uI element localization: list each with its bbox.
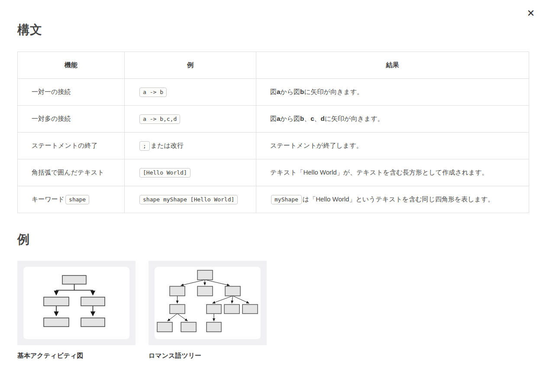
example-caption-basic-activity-diagram: 基本アクティビティ図 [17,352,136,360]
text-segment: キーワード [32,195,65,203]
text-segment: から図 [280,115,300,122]
bold-text: d [321,115,325,122]
text-segment: は「Hello World」というテキストを含む同じ四角形を表します。 [303,195,494,203]
text-segment: から図 [280,88,300,95]
table-row: 一対多の接続a -> b,c,d図aから図b、c、dに矢印が向きます。 [18,106,529,133]
text-segment: 図 [270,115,277,122]
text-segment: 、 [304,115,310,122]
code-chip: a -> b [139,87,167,97]
table-header-row: 機能 例 結果 [18,52,529,79]
code-chip: a -> b,c,d [139,114,180,124]
text-segment: ステートメントが終了します。 [270,142,363,149]
table-row: 一対一の接続a -> b図aから図bに矢印が向きます。 [18,79,529,106]
romance-language-tree-image [155,266,260,340]
examples-row: 基本アクティビティ図 [17,261,529,360]
text-segment: または改行 [151,142,184,149]
column-header-feature: 機能 [18,52,125,79]
table-row: 角括弧で囲んだテキスト[Hello World]テキスト「Hello World… [18,159,529,186]
text-segment: 、 [314,115,321,122]
example-card-romance-language-tree[interactable]: ロマンス語ツリー [149,261,267,360]
syntax-table-body: 一対一の接続a -> b図aから図bに矢印が向きます。一対多の接続a -> b,… [18,79,529,213]
close-icon[interactable]: ✕ [524,7,537,20]
table-cell-example: a -> b,c,d [125,106,256,133]
table-row: ステートメントの終了;または改行ステートメントが終了します。 [18,133,529,159]
page-title: 構文 [17,0,529,38]
table-cell-result: テキスト「Hello World」が、テキストを含む長方形として作成されます。 [256,159,529,186]
table-cell-feature: ステートメントの終了 [18,133,125,159]
bold-text: b [300,88,304,95]
code-chip: [Hello World] [139,168,191,178]
table-row: キーワードshapeshape myShape [Hello World]myS… [18,186,529,213]
bold-text: c [310,115,314,122]
text-segment: 角括弧で囲んだテキスト [32,168,104,176]
text-segment: テキスト「Hello World」が、テキストを含む長方形として作成されます。 [270,168,488,176]
table-cell-result: ステートメントが終了します。 [256,133,529,159]
table-cell-feature: 一対一の接続 [18,79,125,106]
table-cell-example: a -> b [125,79,256,106]
text-segment: 一対多の接続 [32,115,71,122]
code-chip: shape [65,195,89,204]
table-cell-result: 図aから図b、c、dに矢印が向きます。 [256,106,529,133]
table-cell-feature: キーワードshape [18,186,125,213]
code-chip: ; [139,141,150,151]
table-cell-result: myShapeは「Hello World」というテキストを含む同じ四角形を表しま… [256,186,529,213]
table-cell-example: shape myShape [Hello World] [125,186,256,213]
text-segment: 図 [270,88,277,95]
table-cell-feature: 角括弧で囲んだテキスト [18,159,125,186]
text-segment: 一対一の接続 [32,88,71,95]
table-cell-result: 図aから図bに矢印が向きます。 [256,79,529,106]
example-thumbnail-romance-language-tree[interactable] [149,261,267,345]
code-chip: shape myShape [Hello World] [139,195,238,204]
column-header-example: 例 [125,52,256,79]
example-thumbnail-basic-activity-diagram[interactable] [17,261,136,345]
syntax-table: 機能 例 結果 一対一の接続a -> b図aから図bに矢印が向きます。一対多の接… [17,52,529,213]
table-cell-example: [Hello World] [125,159,256,186]
text-segment: に矢印が向きます。 [304,88,363,95]
table-cell-example: ;または改行 [125,133,256,159]
example-card-basic-activity-diagram[interactable]: 基本アクティビティ図 [17,261,136,360]
code-chip: myShape [271,195,302,204]
text-segment: に矢印が向きます。 [325,115,384,122]
bold-text: b [300,115,304,122]
syntax-help-dialog: ✕ 構文 機能 例 結果 一対一の接続a -> b図aから図bに矢印が向きます。… [0,0,546,392]
column-header-result: 結果 [256,52,529,79]
basic-activity-diagram-image [23,266,129,340]
text-segment: ステートメントの終了 [32,142,97,149]
table-cell-feature: 一対多の接続 [18,106,125,133]
examples-heading: 例 [17,231,529,248]
example-caption-romance-language-tree: ロマンス語ツリー [149,352,267,360]
